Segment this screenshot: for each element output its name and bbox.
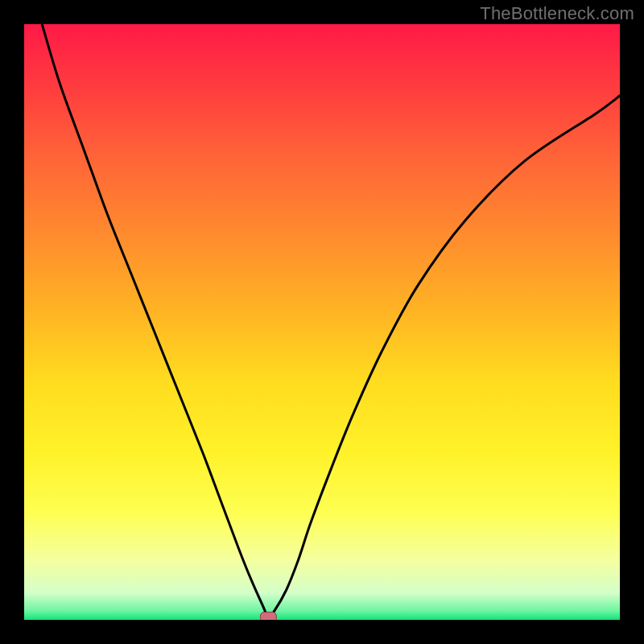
gradient-background — [24, 24, 620, 620]
watermark-text: TheBottleneck.com — [480, 3, 634, 24]
chart-area — [24, 24, 620, 620]
outer-frame: TheBottleneck.com — [0, 0, 644, 644]
optimal-point-marker — [260, 612, 276, 620]
chart-svg — [24, 24, 620, 620]
